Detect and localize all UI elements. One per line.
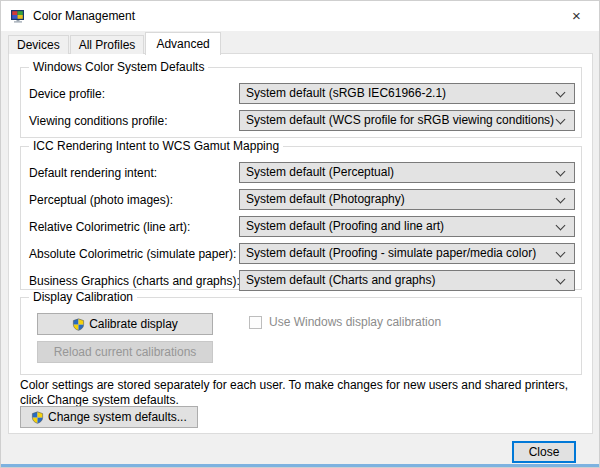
color-management-dialog: Color Management × Devices All Profiles … [0,0,600,468]
tab-devices[interactable]: Devices [8,35,69,54]
checkbox-box [249,316,262,329]
wcs-defaults-group: Windows Color System Defaults Device pro… [20,67,582,138]
color-management-monitor-icon [10,8,26,24]
uac-shield-icon [31,411,44,424]
advanced-tab-page: Windows Color System Defaults Device pro… [8,53,593,434]
chevron-down-icon [556,115,566,125]
calibrate-display-button[interactable]: Calibrate display [37,313,213,335]
selected-value: System default (WCS profile for sRGB vie… [246,113,554,127]
business-graphics-row: Business Graphics (charts and graphs): S… [29,270,575,291]
chevron-down-icon [556,194,566,204]
group-title: Display Calibration [29,290,137,304]
absolute-colorimetric-intent-select[interactable]: System default (Proofing - simulate pape… [239,243,575,264]
business-graphics-intent-select[interactable]: System default (Charts and graphs) [239,270,575,291]
default-rendering-intent-select[interactable]: System default (Perceptual) [239,162,575,183]
chevron-down-icon [556,221,566,231]
reload-calibrations-button[interactable]: Reload current calibrations [37,341,213,363]
selected-value: System default (Perceptual) [246,165,394,179]
group-title: Windows Color System Defaults [29,60,208,74]
viewing-conditions-label: Viewing conditions profile: [29,114,168,128]
button-label: Calibrate display [89,317,178,331]
viewing-conditions-profile-select[interactable]: System default (WCS profile for sRGB vie… [239,110,575,131]
button-label: Change system defaults... [48,410,187,424]
uac-shield-icon [72,318,85,331]
chevron-down-icon [556,248,566,258]
business-graphics-label: Business Graphics (charts and graphs): [29,274,240,288]
close-icon[interactable]: × [554,1,599,31]
default-intent-row: Default rendering intent: System default… [29,162,575,183]
selected-value: System default (Proofing - simulate pape… [246,246,536,260]
selected-value: System default (Charts and graphs) [246,273,435,287]
selected-value: System default (Photography) [246,192,405,206]
dialog-footer: Close [1,434,599,466]
tab-all-profiles[interactable]: All Profiles [70,35,145,54]
chevron-down-icon [556,275,566,285]
button-label: Close [529,445,560,459]
tab-advanced[interactable]: Advanced [145,32,220,55]
chevron-down-icon [556,88,566,98]
group-title: ICC Rendering Intent to WCS Gamut Mappin… [29,139,283,153]
perceptual-row: Perceptual (photo images): System defaul… [29,189,575,210]
default-intent-label: Default rendering intent: [29,166,157,180]
absolute-colorimetric-label: Absolute Colorimetric (simulate paper): [29,247,236,261]
titlebar: Color Management × [1,1,599,31]
chevron-down-icon [556,167,566,177]
page-title: Color Management [33,9,135,23]
relative-colorimetric-intent-select[interactable]: System default (Proofing and line art) [239,216,575,237]
device-profile-label: Device profile: [29,87,105,101]
selected-value: System default (Proofing and line art) [246,219,444,233]
perceptual-label: Perceptual (photo images): [29,193,173,207]
icc-mapping-group: ICC Rendering Intent to WCS Gamut Mappin… [20,146,582,290]
use-windows-calibration-checkbox[interactable]: Use Windows display calibration [249,315,441,329]
window-bottom-border [1,464,599,467]
relative-colorimetric-label: Relative Colorimetric (line art): [29,220,190,234]
viewing-conditions-row: Viewing conditions profile: System defau… [29,110,575,131]
selected-value: System default (sRGB IEC61966-2.1) [246,86,446,100]
display-calibration-group: Display Calibration Calibrate dis [20,297,582,375]
button-label: Reload current calibrations [54,345,197,359]
change-system-defaults-button[interactable]: Change system defaults... [20,406,198,428]
absolute-colorimetric-row: Absolute Colorimetric (simulate paper): … [29,243,575,264]
tab-strip: Devices All Profiles Advanced [8,32,222,54]
perceptual-intent-select[interactable]: System default (Photography) [239,189,575,210]
device-profile-select[interactable]: System default (sRGB IEC61966-2.1) [239,83,575,104]
device-profile-row: Device profile: System default (sRGB IEC… [29,83,575,104]
close-button[interactable]: Close [512,441,576,463]
user-settings-note: Color settings are stored separately for… [20,378,578,408]
relative-colorimetric-row: Relative Colorimetric (line art): System… [29,216,575,237]
checkbox-label: Use Windows display calibration [269,315,441,329]
